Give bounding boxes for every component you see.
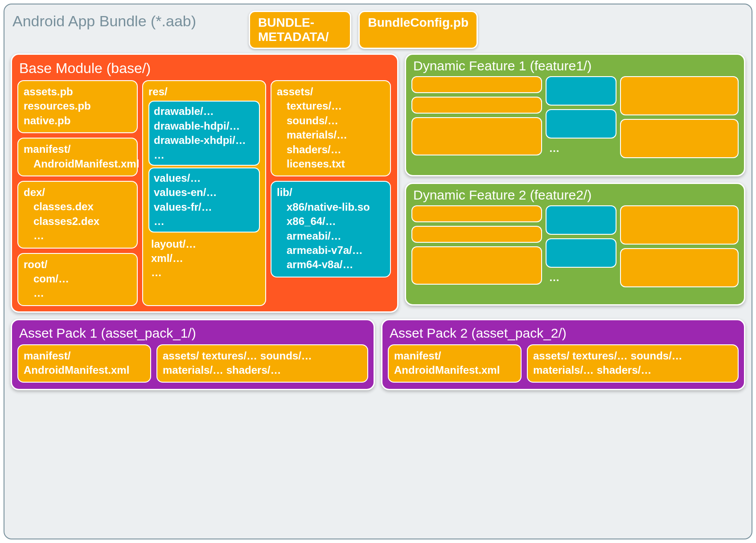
feature-stub-box [411,226,542,243]
asset1-assets-box: assets/ textures/… sounds/… materials/… … [156,344,368,383]
feature-stub-box [546,76,617,106]
root-box: root/ com/… … [17,253,138,306]
feature-stub-box [411,205,542,222]
base-module-title: Base Module (base/) [17,59,392,80]
feature-stub-box [411,76,542,93]
pb-files-box: assets.pb resources.pb native.pb [17,80,138,133]
dynamic-feature-1: Dynamic Feature 1 (feature1/) … [405,53,745,176]
asset-pack-2-title: Asset Pack 2 (asset_pack_2/) [388,325,739,344]
app-bundle-container: Android App Bundle (*.aab) BUNDLE-METADA… [4,4,752,539]
res-values-box: values/… values-en/… values-fr/… … [148,167,260,233]
feature2-title: Dynamic Feature 2 (feature2/) [411,188,739,205]
dynamic-feature-2: Dynamic Feature 2 (feature2/) … [405,183,745,306]
feature-stub-box [546,238,617,268]
dex-box: dex/ classes.dex classes2.dex … [17,181,138,249]
feature-ellipsis: … [546,271,617,284]
feature-stub-box [620,119,739,158]
feature-stub-box [546,205,617,235]
feature-stub-box [411,246,542,285]
bundle-metadata-pill: BUNDLE-METADATA/ [249,11,351,49]
asset2-manifest-box: manifest/ AndroidManifest.xml [388,344,522,383]
manifest-box: manifest/ AndroidManifest.xml [17,138,138,176]
bundle-title: Android App Bundle (*.aab) [11,10,242,30]
assets-box: assets/ textures/… sounds/… materials/… … [271,80,391,176]
feature-stub-box [411,97,542,114]
lib-box: lib/ x86/native-lib.so x86_64/… armeabi/… [271,181,391,277]
feature-stub-box [620,76,739,115]
base-module: Base Module (base/) assets.pb resources.… [11,53,399,313]
asset2-assets-box: assets/ textures/… sounds/… materials/… … [527,344,739,383]
asset-pack-1-title: Asset Pack 1 (asset_pack_1/) [17,325,368,344]
feature-stub-box [546,109,617,139]
feature-ellipsis: … [546,142,617,155]
asset-pack-1: Asset Pack 1 (asset_pack_1/) manifest/ A… [11,319,375,391]
asset1-manifest-box: manifest/ AndroidManifest.xml [17,344,151,383]
feature-stub-box [620,205,739,245]
feature-stub-box [620,248,739,287]
feature-stub-box [411,117,542,155]
res-box: res/ drawable/… drawable-hdpi/… drawable… [142,80,266,306]
asset-pack-2: Asset Pack 2 (asset_pack_2/) manifest/ A… [381,319,745,391]
feature1-title: Dynamic Feature 1 (feature1/) [411,58,739,76]
bundle-config-pill: BundleConfig.pb [358,11,478,49]
res-drawable-box: drawable/… drawable-hdpi/… drawable-xhdp… [148,101,260,166]
